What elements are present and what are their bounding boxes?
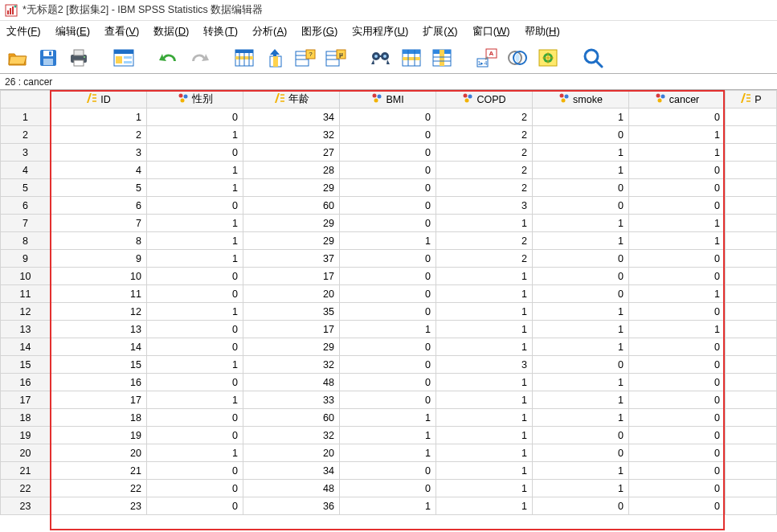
cell[interactable]: 1: [533, 215, 629, 232]
cell[interactable]: 1: [340, 409, 436, 427]
cell[interactable]: [726, 108, 777, 126]
cell[interactable]: 1: [147, 250, 243, 268]
cell[interactable]: 34: [243, 462, 340, 480]
cell[interactable]: 34: [243, 108, 340, 126]
value-labels-button[interactable]: A1▸4: [476, 47, 498, 69]
cell[interactable]: 1: [436, 427, 533, 444]
cell[interactable]: 1: [533, 462, 629, 480]
cell[interactable]: 9: [51, 250, 147, 268]
cell[interactable]: 0: [629, 374, 726, 391]
cell[interactable]: 1: [436, 462, 533, 480]
table-row[interactable]: 23230361100: [1, 497, 777, 515]
cell[interactable]: 0: [147, 409, 243, 427]
menu-graph[interactable]: 图形(G): [301, 24, 337, 39]
table-row[interactable]: 21210340110: [1, 462, 777, 480]
cell[interactable]: 0: [629, 427, 726, 444]
cell[interactable]: [726, 321, 777, 338]
cell[interactable]: 5: [51, 179, 147, 197]
cell[interactable]: 0: [533, 250, 629, 268]
show-all-button[interactable]: [537, 47, 559, 69]
cell[interactable]: 0: [629, 338, 726, 356]
cell[interactable]: 0: [340, 215, 436, 232]
cell[interactable]: 6: [51, 197, 147, 215]
cell[interactable]: 11: [51, 285, 147, 303]
cell[interactable]: 1: [340, 232, 436, 250]
cell[interactable]: 1: [629, 144, 726, 162]
row-header[interactable]: 22: [1, 480, 51, 497]
cell[interactable]: [726, 374, 777, 391]
row-header[interactable]: 10: [1, 268, 51, 285]
search-button[interactable]: [582, 47, 604, 69]
cell[interactable]: 3: [436, 197, 533, 215]
menu-analyze[interactable]: 分析(A): [252, 24, 287, 39]
insert-variable-button[interactable]: [431, 47, 453, 69]
cell[interactable]: 20: [243, 444, 340, 462]
cell[interactable]: 3: [51, 144, 147, 162]
cell[interactable]: 0: [147, 480, 243, 497]
cell[interactable]: [726, 250, 777, 268]
cell[interactable]: 48: [243, 480, 340, 497]
cell[interactable]: 1: [340, 444, 436, 462]
column-header-p[interactable]: P: [726, 91, 777, 108]
table-row[interactable]: 10100170100: [1, 268, 777, 285]
cell[interactable]: 0: [340, 162, 436, 179]
table-row[interactable]: 11110200101: [1, 285, 777, 303]
table-row[interactable]: 19190321100: [1, 427, 777, 444]
cell[interactable]: 0: [340, 480, 436, 497]
cell[interactable]: 0: [340, 338, 436, 356]
cell[interactable]: 1: [340, 427, 436, 444]
cell[interactable]: 0: [340, 356, 436, 374]
cell[interactable]: 1: [147, 444, 243, 462]
row-header[interactable]: 23: [1, 497, 51, 515]
cell[interactable]: 0: [629, 462, 726, 480]
cell[interactable]: 0: [533, 197, 629, 215]
cell[interactable]: 0: [340, 250, 436, 268]
cell[interactable]: 1: [629, 285, 726, 303]
cell[interactable]: 1: [147, 356, 243, 374]
cell[interactable]: 1: [533, 321, 629, 338]
cell[interactable]: 32: [243, 427, 340, 444]
menu-view[interactable]: 查看(V): [104, 24, 139, 39]
cell[interactable]: 12: [51, 303, 147, 321]
menu-help[interactable]: 帮助(H): [525, 24, 560, 39]
table-row[interactable]: 991370200: [1, 250, 777, 268]
cell[interactable]: 48: [243, 374, 340, 391]
row-header[interactable]: 16: [1, 374, 51, 391]
cell[interactable]: 1: [629, 215, 726, 232]
data-grid[interactable]: ID性别年龄BMICOPDsmokecancerP 11034021022132…: [0, 90, 777, 515]
cell[interactable]: 0: [340, 285, 436, 303]
cell[interactable]: 1: [147, 232, 243, 250]
cell[interactable]: [726, 391, 777, 409]
save-button[interactable]: [37, 47, 59, 69]
cell[interactable]: 29: [243, 338, 340, 356]
cell[interactable]: 2: [436, 179, 533, 197]
cell[interactable]: 32: [243, 356, 340, 374]
row-header[interactable]: 1: [1, 108, 51, 126]
menu-edit[interactable]: 编辑(E): [55, 24, 90, 39]
cell[interactable]: 18: [51, 409, 147, 427]
cell[interactable]: 37: [243, 250, 340, 268]
cell[interactable]: 1: [436, 338, 533, 356]
cell[interactable]: 0: [629, 444, 726, 462]
run-descriptives-button[interactable]: μ: [325, 47, 347, 69]
cell[interactable]: 1: [533, 144, 629, 162]
cell[interactable]: 1: [533, 409, 629, 427]
menu-data[interactable]: 数据(D): [153, 24, 189, 39]
row-header[interactable]: 19: [1, 427, 51, 444]
cell[interactable]: [726, 126, 777, 144]
cell[interactable]: 13: [51, 321, 147, 338]
cell[interactable]: 19: [51, 427, 147, 444]
cell[interactable]: [726, 444, 777, 462]
cell[interactable]: [726, 356, 777, 374]
cell[interactable]: 33: [243, 391, 340, 409]
cell[interactable]: 1: [147, 303, 243, 321]
menu-file[interactable]: 文件(F): [6, 24, 41, 39]
cell[interactable]: 0: [629, 391, 726, 409]
cell[interactable]: 0: [147, 285, 243, 303]
cell[interactable]: 60: [243, 197, 340, 215]
cell[interactable]: 60: [243, 409, 340, 427]
cell[interactable]: 23: [51, 497, 147, 515]
cell[interactable]: 17: [243, 321, 340, 338]
cell[interactable]: 0: [147, 197, 243, 215]
cell[interactable]: [726, 497, 777, 515]
